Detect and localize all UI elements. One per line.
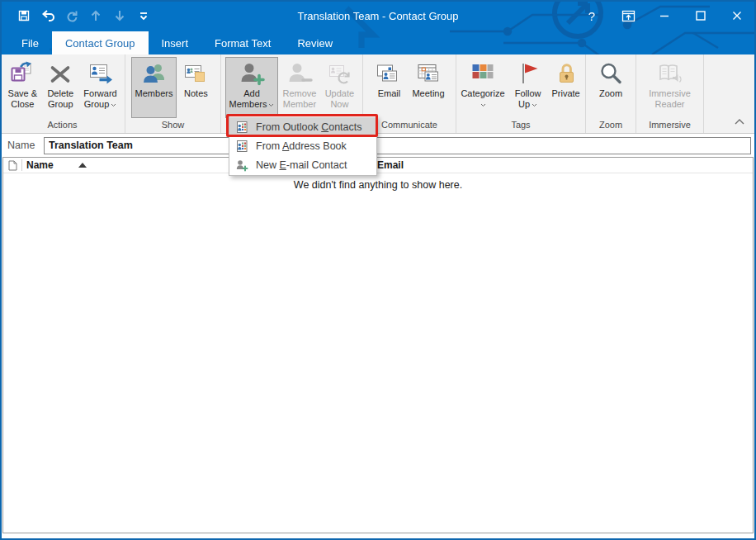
customize-quick-access-toolbar-icon[interactable] xyxy=(135,7,153,25)
immersive-reader-button: ImmersiveReader xyxy=(645,57,695,118)
dropdown-chevron-icon xyxy=(480,103,486,107)
dropdown-chevron-icon xyxy=(532,103,537,107)
zoom-button[interactable]: Zoom xyxy=(592,57,630,118)
email-button[interactable]: Email xyxy=(370,57,408,118)
menu-item-label: New E-mail Contact xyxy=(256,159,347,171)
group-label-tags: Tags xyxy=(456,119,585,133)
menu-item-from-address-book[interactable]: From Address Book xyxy=(229,136,376,155)
tab-file[interactable]: File xyxy=(8,31,52,54)
redo-icon[interactable] xyxy=(63,7,81,25)
ribbon-group-immersive: ImmersiveReader Immersive xyxy=(636,54,704,133)
ribbon: Save &Close DeleteGroup xyxy=(0,54,756,134)
remove-member-button: RemoveMember xyxy=(278,57,320,118)
contact-group-window: Translation Team - Contact Group ? Fil xyxy=(0,0,756,540)
menu-item-from-outlook-contacts[interactable]: From Outlook Contacts xyxy=(229,117,376,136)
immersive-reader-icon xyxy=(656,60,683,87)
menu-item-label: From Address Book xyxy=(256,140,347,152)
new-contact-icon xyxy=(235,159,248,172)
update-now-icon xyxy=(326,60,352,87)
window-controls: ? xyxy=(579,0,749,31)
menu-item-new-email-contact[interactable]: New E-mail Contact xyxy=(229,155,376,174)
ribbon-spacer xyxy=(704,54,756,133)
move-down-icon[interactable] xyxy=(111,7,129,25)
save-icon[interactable] xyxy=(15,7,33,25)
meeting-button[interactable]: Meeting xyxy=(408,57,448,118)
zoom-magnifier-icon xyxy=(598,60,624,87)
members-list: Name Email We didn't find anything to sh… xyxy=(2,157,754,533)
ribbon-group-tags: Categorize FollowUp Pr xyxy=(456,54,586,133)
members-icon xyxy=(141,60,168,87)
members-button[interactable]: Members xyxy=(131,57,177,118)
empty-list-message: We didn't find anything to show here. xyxy=(3,179,753,191)
ribbon-group-actions: Save &Close DeleteGroup xyxy=(0,54,125,133)
categorize-icon xyxy=(470,60,496,87)
add-members-dropdown-menu: From Outlook Contacts From Address Book xyxy=(229,116,377,176)
follow-up-flag-icon xyxy=(515,60,541,87)
tab-format-text[interactable]: Format Text xyxy=(201,31,284,54)
group-label-zoom: Zoom xyxy=(586,119,636,133)
forward-group-button[interactable]: ForwardGroup xyxy=(79,57,120,118)
delete-group-button[interactable]: DeleteGroup xyxy=(41,57,79,118)
quick-access-toolbar xyxy=(0,7,153,25)
private-lock-icon xyxy=(553,60,579,87)
collapse-ribbon-icon[interactable] xyxy=(735,113,744,128)
remove-member-icon xyxy=(286,60,313,87)
save-close-icon xyxy=(9,60,35,87)
contact-group-form: Name Name Email We didn't find xyxy=(0,134,756,540)
tab-review[interactable]: Review xyxy=(284,31,346,54)
ribbon-group-show: Members Notes Show xyxy=(125,54,221,133)
delete-icon xyxy=(47,60,73,87)
group-label-show: Show xyxy=(125,119,220,133)
close-button[interactable] xyxy=(725,5,749,26)
tab-insert[interactable]: Insert xyxy=(149,31,202,54)
forward-group-icon xyxy=(87,60,114,87)
notes-icon xyxy=(182,60,209,87)
update-now-button: UpdateNow xyxy=(320,57,358,118)
address-book-icon xyxy=(235,121,248,134)
ribbon-group-zoom: Zoom Zoom xyxy=(586,54,636,133)
group-name-input[interactable] xyxy=(44,137,751,154)
address-book-icon xyxy=(235,140,248,153)
follow-up-button[interactable]: FollowUp xyxy=(509,57,547,118)
dropdown-chevron-icon xyxy=(268,103,274,107)
add-members-icon xyxy=(239,60,265,87)
group-label-immersive: Immersive xyxy=(636,119,703,133)
undo-icon[interactable] xyxy=(39,7,57,25)
meeting-icon xyxy=(415,60,442,87)
tab-contact-group[interactable]: Contact Group xyxy=(52,31,149,54)
members-list-header: Name Email xyxy=(3,158,753,173)
minimize-button[interactable] xyxy=(652,5,677,26)
add-members-button[interactable]: AddMembers xyxy=(225,57,279,118)
name-field-label: Name xyxy=(7,140,44,151)
item-type-column-header[interactable] xyxy=(3,158,21,173)
email-icon xyxy=(376,60,402,87)
ribbon-tabs: File Contact Group Insert Format Text Re… xyxy=(0,31,756,54)
maximize-button[interactable] xyxy=(688,5,713,26)
notes-button[interactable]: Notes xyxy=(177,57,215,118)
help-button[interactable]: ? xyxy=(579,5,604,26)
private-button[interactable]: Private xyxy=(547,57,585,118)
categorize-button[interactable]: Categorize xyxy=(456,57,508,118)
save-and-close-button[interactable]: Save &Close xyxy=(3,57,41,118)
email-column-header[interactable]: Email xyxy=(373,158,753,173)
dropdown-chevron-icon xyxy=(111,103,116,107)
group-label-actions: Actions xyxy=(0,119,125,133)
title-bar: Translation Team - Contact Group ? xyxy=(0,0,756,31)
menu-item-label: From Outlook Contacts xyxy=(256,121,362,133)
sort-ascending-icon xyxy=(78,163,87,168)
header: Translation Team - Contact Group ? Fil xyxy=(0,0,756,54)
move-up-icon[interactable] xyxy=(87,7,105,25)
document-icon xyxy=(8,160,17,171)
ribbon-display-options-button[interactable] xyxy=(616,5,640,26)
name-field-row: Name xyxy=(2,134,754,157)
